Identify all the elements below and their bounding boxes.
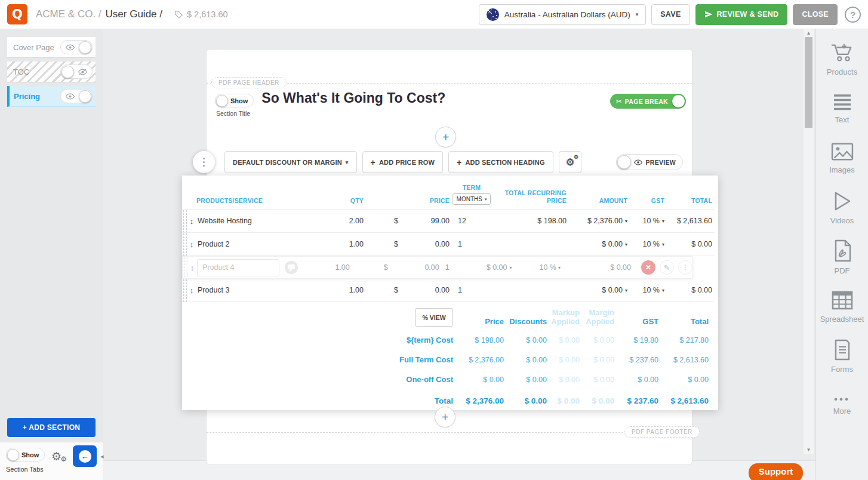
row-qty[interactable]: 2.00 — [342, 217, 364, 225]
col-total-recurring-price: TOTAL RECURRING PRICE — [494, 189, 567, 205]
pricing-visibility-toggle[interactable] — [60, 89, 93, 103]
drag-handle-icon[interactable]: ↕ — [187, 217, 196, 226]
table-row-product-3[interactable]: ↕ Product 3 1.00 $ 0.00 1 $ 0.00 ▾ 10 % … — [182, 279, 715, 302]
sidebar-item-images[interactable]: Images — [816, 133, 868, 183]
edit-row-button[interactable]: ✎ — [660, 260, 674, 275]
drag-grip[interactable] — [182, 279, 187, 301]
row-name[interactable]: Product 2 — [196, 240, 316, 248]
close-button[interactable]: CLOSE — [793, 4, 838, 25]
row-name[interactable]: Website Hosting — [196, 217, 316, 225]
totals-summary: % VIEW Price Discounts Markup Applied Ma… — [352, 304, 709, 412]
currency-selector[interactable]: Australia - Australian Dollars (AUD) ▾ — [479, 4, 646, 25]
drag-handle-icon[interactable]: ↕ — [187, 240, 196, 249]
add-block-below-button[interactable]: + — [435, 407, 455, 427]
summary-col-discounts: Discounts — [504, 318, 547, 327]
back-button[interactable]: ← — [73, 445, 97, 467]
table-row-product-2[interactable]: ↕ Product 2 1.00 $ 0.00 1 $ 0.00 ▾ 10 % … — [182, 233, 715, 256]
add-section-heading-button[interactable]: + ADD SECTION HEADING — [448, 151, 553, 173]
row-term[interactable]: 1 — [445, 263, 450, 272]
row-price[interactable]: 99.00 — [402, 217, 450, 225]
preview-toggle[interactable]: PREVIEW — [616, 154, 683, 170]
page-break-toggle[interactable]: ✂ PAGE BREAK — [610, 94, 686, 109]
sidebar-footer: Show Section Tabs ⚙⚙ ← — [0, 442, 103, 480]
row-gst-dropdown[interactable]: 10 % ▾ — [627, 217, 664, 225]
settings-gears-icon[interactable]: ⚙⚙ — [51, 450, 61, 463]
row-qty[interactable]: 1.00 — [342, 240, 364, 248]
row-amount-dropdown[interactable]: $ 0.00 ▾ — [567, 240, 627, 248]
sidebar-item-videos[interactable]: Videos — [816, 183, 868, 232]
section-title-show-toggle[interactable]: Show — [215, 94, 254, 107]
delete-row-button[interactable]: ✕ — [641, 260, 655, 275]
breadcrumb-doc-title[interactable]: User Guide / — [106, 8, 162, 20]
add-price-row-button[interactable]: + ADD PRICE ROW — [362, 151, 443, 173]
sidebar-item-forms[interactable]: Forms — [816, 331, 868, 381]
support-button[interactable]: Support — [749, 463, 803, 480]
row-amount-dropdown[interactable]: $ 0.00 ▾ — [487, 263, 512, 272]
sidebar-item-more[interactable]: ••• More — [816, 381, 868, 430]
review-send-button[interactable]: REVIEW & SEND — [695, 4, 788, 25]
row-gst-dropdown[interactable]: 10 % ▾ — [539, 263, 561, 272]
percent-view-button[interactable]: % VIEW — [415, 308, 453, 327]
breadcrumb-company[interactable]: ACME & CO. / — [36, 8, 101, 20]
row-amount-dropdown[interactable]: $ 2,376.00 ▾ — [567, 217, 627, 225]
table-row-product-4-dragging[interactable]: ↕ Product 4 1.00 $ 0.00 1 $ 0.00 ▾ 10 % … — [182, 256, 693, 279]
section-tabs-toggle[interactable]: Show — [6, 448, 45, 461]
sidebar-item-spreadsheet[interactable]: Spreadsheet — [816, 282, 868, 331]
row-term[interactable]: 1 — [450, 286, 494, 294]
toggle-knob — [672, 95, 685, 107]
default-discount-margin-button[interactable]: DEFAULT DISCOUNT OR MARGIN ▾ — [224, 151, 357, 173]
section-menu-button[interactable] — [193, 151, 215, 173]
save-button[interactable]: SAVE — [651, 4, 690, 25]
row-name[interactable]: Product 3 — [196, 286, 316, 294]
help-icon[interactable]: ? — [845, 7, 861, 23]
drag-grip[interactable] — [182, 233, 187, 256]
row-price[interactable]: 0.00 — [388, 263, 439, 272]
quote-total-value: $ 2,613.60 — [187, 10, 228, 19]
drag-grip[interactable] — [183, 257, 187, 278]
row-term[interactable]: 12 — [450, 217, 494, 225]
add-section-button[interactable]: + ADD SECTION — [7, 418, 96, 437]
add-block-above-button[interactable]: + — [435, 127, 456, 147]
table-settings-button[interactable]: ⚙ — [559, 151, 582, 173]
drag-handle-icon[interactable]: ↕ — [187, 286, 196, 295]
sidebar-item-cover-page[interactable]: Cover Page — [7, 37, 96, 58]
cover-page-visibility-toggle[interactable] — [60, 40, 93, 54]
toggle-knob — [7, 449, 19, 461]
sidebar-item-pricing[interactable]: Pricing — [7, 86, 96, 107]
row-gst-dropdown[interactable]: 10 % ▾ — [627, 240, 664, 248]
row-gst-dropdown[interactable]: 10 % ▾ — [627, 286, 664, 294]
pdf-file-icon — [832, 239, 852, 262]
sidebar-item-label: PDF — [835, 266, 850, 275]
row-price[interactable]: 0.00 — [402, 286, 450, 294]
sidebar-item-toc[interactable]: TOC — [7, 61, 96, 82]
scroll-up-arrow[interactable]: ▲ — [804, 30, 814, 36]
row-name-input[interactable]: Product 4 — [197, 259, 279, 276]
scissors-icon: ✂ — [616, 97, 622, 106]
section-tabs-label: Section Tabs — [6, 466, 45, 473]
scroll-down-arrow[interactable]: ▼ — [804, 447, 814, 453]
scrollbar-track[interactable]: ▲ ▼ — [804, 29, 814, 454]
row-price[interactable]: 0.00 — [402, 240, 450, 248]
toc-visibility-toggle[interactable] — [60, 64, 93, 79]
image-icon — [830, 142, 854, 161]
row-menu-button[interactable]: ⋮ — [678, 260, 692, 275]
row-term[interactable]: 1 — [450, 240, 494, 248]
scrollbar-thumb[interactable] — [805, 37, 812, 128]
table-row-website-hosting[interactable]: ↕ Website Hosting 2.00 $ 99.00 12 $ 198.… — [182, 210, 715, 233]
row-amount-dropdown[interactable]: $ 0.00 ▾ — [567, 286, 627, 294]
show-label: Show — [21, 451, 39, 459]
sidebar-item-pdf[interactable]: PDF — [816, 232, 868, 282]
app-logo[interactable]: Q — [7, 4, 27, 24]
drag-handle-icon[interactable]: ↕ — [187, 263, 197, 272]
sidebar-item-products[interactable]: Products — [816, 34, 868, 84]
sidebar-item-text[interactable]: Text — [816, 84, 868, 133]
comment-icon[interactable] — [285, 261, 298, 274]
topbar: Q ACME & CO. / User Guide / $ 2,613.60 A… — [0, 0, 868, 29]
term-unit-select[interactable]: MONTHS ▾ — [453, 193, 491, 205]
row-qty[interactable]: 1.00 — [322, 263, 350, 272]
drag-grip[interactable] — [182, 210, 187, 232]
text-lines-icon — [832, 93, 852, 111]
sidebar-collapse-arrow[interactable]: ◂ — [100, 453, 104, 460]
row-qty[interactable]: 1.00 — [342, 286, 364, 294]
page-title[interactable]: So What's It Going To Cost? — [261, 90, 445, 106]
